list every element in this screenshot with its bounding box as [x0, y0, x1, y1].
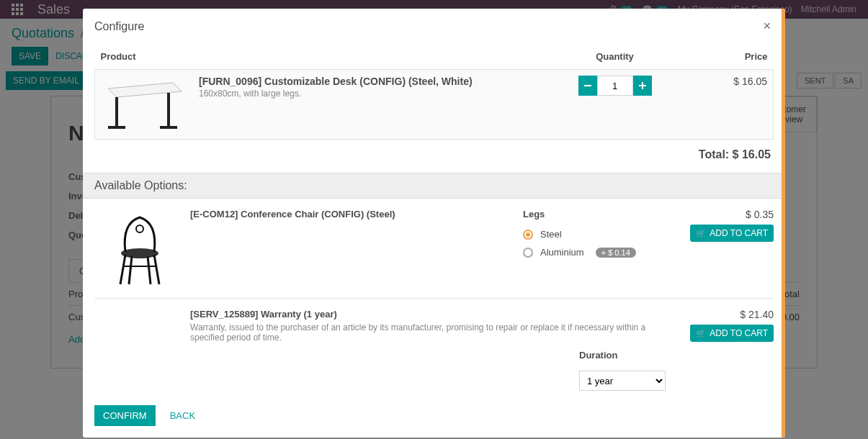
qty-plus-button[interactable] [633, 76, 652, 96]
option-price: $ 21.40 [680, 309, 774, 320]
back-button[interactable]: BACK [170, 410, 195, 421]
add-to-cart-button[interactable]: 🛒 ADD TO CART [690, 225, 774, 242]
price-extra-badge: + $ 0.14 [596, 248, 636, 258]
option-price: $ 0.35 [680, 209, 774, 220]
qty-input[interactable] [597, 76, 633, 96]
close-icon[interactable]: × [760, 19, 774, 34]
svg-line-13 [148, 256, 151, 284]
th-price: Price [673, 44, 774, 70]
radio-icon [523, 230, 533, 240]
confirm-button[interactable]: CONFIRM [94, 405, 156, 426]
product-image [101, 76, 187, 133]
legs-option-aluminium[interactable]: Aluminium + $ 0.14 [523, 243, 674, 261]
svg-rect-7 [642, 82, 643, 89]
svg-rect-3 [167, 93, 170, 127]
cart-icon: 🛒 [696, 229, 706, 238]
option-name: [E-COM12] Conference Chair (CONFIG) (Ste… [190, 209, 517, 220]
duration-select[interactable]: 1 year [579, 371, 666, 391]
svg-rect-2 [108, 126, 125, 129]
plus-icon [638, 81, 647, 90]
product-row: [FURN_0096] Customizable Desk (CONFIG) (… [95, 70, 774, 140]
add-to-cart-button[interactable]: 🛒 ADD TO CART [690, 325, 774, 342]
modal-title: Configure [94, 20, 144, 33]
qty-minus-button[interactable] [578, 76, 597, 96]
svg-rect-1 [115, 97, 118, 127]
legs-option-steel[interactable]: Steel [523, 225, 674, 243]
svg-line-12 [129, 256, 132, 284]
cart-icon: 🛒 [696, 329, 706, 338]
minus-icon [583, 81, 592, 90]
product-price: $ 16.05 [673, 70, 774, 140]
option-image [94, 209, 184, 288]
svg-line-11 [154, 255, 159, 284]
configure-modal: Configure × Product Quantity Price [83, 9, 785, 438]
radio-icon [523, 248, 533, 258]
option-row: [E-COM12] Conference Chair (CONFIG) (Ste… [94, 199, 774, 299]
svg-line-10 [120, 255, 125, 284]
product-name: [FURN_0096] Customizable Desk (CONFIG) (… [199, 76, 552, 87]
quantity-stepper [578, 76, 652, 96]
total-line: Total: $ 16.05 [94, 140, 774, 173]
option-description: Warranty, issued to the purchaser of an … [190, 322, 674, 343]
legs-attr-title: Legs [523, 209, 674, 220]
th-product: Product [95, 44, 558, 70]
available-options-title: Available Options: [83, 173, 785, 199]
svg-point-8 [121, 248, 158, 258]
product-description: 160x80cm, with large legs. [199, 89, 552, 99]
svg-point-9 [136, 225, 143, 232]
svg-rect-4 [160, 126, 177, 129]
th-quantity: Quantity [558, 44, 673, 70]
svg-marker-0 [108, 83, 182, 97]
modal-overlay: Configure × Product Quantity Price [0, 0, 868, 439]
option-row: [SERV_125889] Warranty (1 year) Warranty… [94, 299, 774, 394]
svg-rect-5 [584, 85, 591, 86]
option-name: [SERV_125889] Warranty (1 year) [190, 309, 674, 320]
duration-attr-title: Duration [579, 350, 674, 361]
modal-accent-bar [782, 9, 785, 438]
product-table: Product Quantity Price [94, 44, 774, 140]
